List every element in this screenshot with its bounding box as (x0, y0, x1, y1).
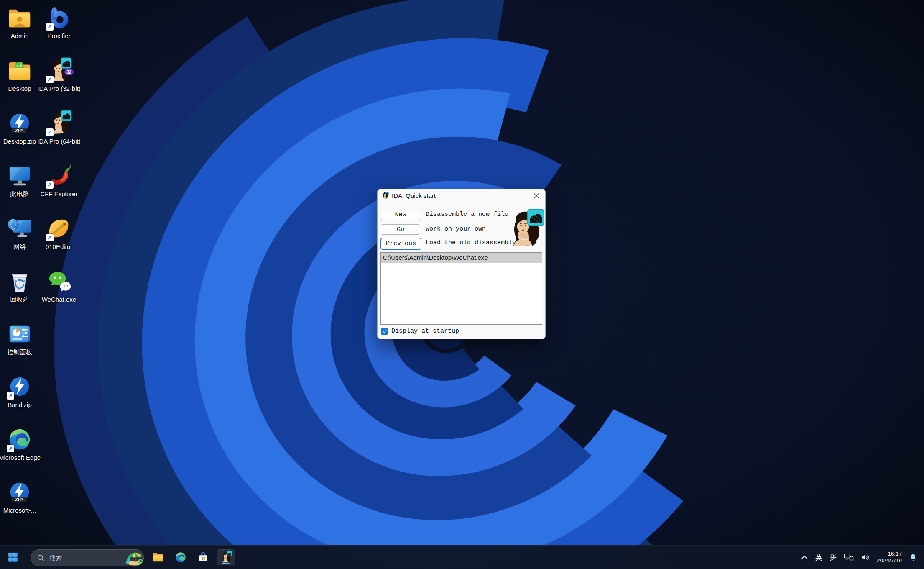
windows-logo-icon (8, 552, 18, 563)
ime-mode-indicator[interactable]: 拼 (830, 553, 837, 562)
recent-file-row[interactable]: C:\Users\Admin\Desktop\WeChat.exe (381, 253, 542, 263)
desktop-icon-label: 010Editor (46, 243, 72, 250)
wechat-icon (46, 268, 72, 294)
close-icon[interactable] (531, 191, 542, 201)
ida-quick-start-dialog: IDA: Quick start New Disassemble a new f… (377, 189, 546, 339)
desktop-icon-wechat-exe[interactable]: WeChat.exe (36, 268, 82, 303)
desktop-icon-label: 回收站 (10, 296, 29, 303)
desktop-icon-label: Microsoft-... (3, 507, 36, 514)
desktop-icon-label: Microsoft Edge (0, 454, 41, 461)
new-button[interactable]: New (381, 210, 420, 220)
clock-date: 2024/7/19 (877, 557, 902, 564)
new-description: Disassemble a new file (426, 210, 508, 219)
desktop-icon-proxifier[interactable]: Proxifier (36, 4, 82, 39)
ida-pro-icon (220, 551, 232, 564)
checkbox-checked-icon[interactable] (381, 328, 388, 335)
notification-bell-icon[interactable] (909, 553, 917, 562)
shortcut-arrow-icon (7, 445, 14, 452)
zip-badge: ZIP (12, 128, 26, 133)
desktop-icon-microsoft-edge[interactable]: Microsoft Edge (0, 426, 43, 461)
desktop-icon-microsoft-zip[interactable]: ZIP Microsoft-... (0, 479, 43, 514)
tray-chevron-up-icon[interactable] (801, 555, 808, 560)
ime-language-indicator[interactable]: 英 (815, 553, 822, 562)
desktop-icon-label: Admin (11, 32, 29, 39)
shortcut-arrow-icon (7, 392, 14, 400)
recycle-bin-icon (7, 268, 33, 294)
volume-tray-icon[interactable] (861, 554, 870, 561)
taskbar-app-icons (149, 549, 235, 565)
start-button[interactable] (7, 551, 19, 564)
desktop-icon-label: Desktop (8, 85, 31, 92)
search-box[interactable] (31, 549, 144, 566)
microsoft-store-button[interactable] (194, 549, 212, 565)
desktop-icon-ida-pro-64[interactable]: IDA Pro (64-bit) (36, 110, 82, 145)
desktop-icon-control-panel[interactable]: 控制面板 (0, 320, 43, 356)
recent-files-listbox[interactable]: C:\Users\Admin\Desktop\WeChat.exe (380, 252, 542, 325)
file-explorer-button[interactable] (149, 549, 167, 565)
dialog-title: IDA: Quick start (392, 192, 436, 199)
desktop-icon-label: WeChat.exe (42, 296, 76, 303)
shortcut-arrow-icon (46, 234, 54, 241)
previous-button[interactable]: Previous (380, 238, 421, 250)
previous-description: Load the old disassembly (426, 238, 516, 248)
search-input[interactable] (48, 554, 124, 562)
folder-wechat-icon (7, 57, 33, 83)
edge-icon (174, 551, 187, 564)
checkbox-label: Display at startup (391, 328, 459, 335)
active-app-indicator (222, 563, 230, 564)
taskbar: 英 拼 16:17 2024/7/19 (0, 545, 924, 569)
shortcut-arrow-icon (46, 181, 54, 189)
ida-pro-button-active[interactable] (217, 549, 235, 565)
desktop-icon-label: IDA Pro (64-bit) (37, 138, 80, 145)
ida-32-badge: 32 (64, 69, 74, 75)
desktop-icon-bandizip[interactable]: Bandizip (0, 373, 43, 408)
ida-app-icon (381, 192, 389, 199)
taskbar-clock[interactable]: 16:17 2024/7/19 (877, 551, 902, 564)
desktop-icon-label: Desktop.zip (3, 138, 36, 145)
shortcut-arrow-icon (46, 23, 54, 31)
desktop-icon-label: CFF Explorer (40, 190, 77, 197)
shortcut-arrow-icon (46, 76, 54, 83)
search-icon (37, 554, 44, 561)
shortcut-arrow-icon (46, 128, 54, 136)
desktop-icon-010editor[interactable]: 010Editor (36, 215, 82, 250)
desktop-icon-label: 此电脑 (10, 190, 29, 197)
desktop-icon-label: 网络 (13, 243, 26, 250)
microsoft-store-icon (197, 551, 209, 564)
ida-portrait-image (504, 208, 545, 250)
desktop-icon-cff-explorer[interactable]: CFF Explorer (36, 162, 82, 197)
file-explorer-icon (152, 551, 164, 564)
go-button[interactable]: Go (381, 224, 420, 235)
network-icon (7, 215, 33, 241)
this-pc-icon (7, 163, 33, 189)
dialog-titlebar[interactable]: IDA: Quick start (378, 189, 545, 202)
edge-button[interactable] (171, 549, 190, 565)
search-daily-image[interactable] (124, 550, 143, 566)
display-at-startup-checkbox[interactable]: Display at startup (381, 328, 459, 335)
go-description: Work on your own (426, 224, 486, 234)
system-tray: 英 拼 16:17 2024/7/19 (801, 546, 924, 569)
zip-badge: ZIP (12, 497, 26, 502)
desktop: Admin Desktop ZIP Desktop.zip 此电脑 网络 回收站… (0, 0, 924, 569)
desktop-icon-label: Proxifier (47, 32, 70, 39)
folder-user-icon (7, 5, 33, 31)
clock-time: 16:17 (888, 551, 902, 557)
desktop-icon-ida-pro-32[interactable]: 32 IDA Pro (32-bit) (36, 57, 82, 92)
desktop-icon-label: 控制面板 (7, 349, 32, 356)
network-tray-icon[interactable] (844, 553, 854, 561)
desktop-icon-label: IDA Pro (32-bit) (37, 85, 80, 92)
desktop-icon-label: Bandizip (8, 401, 32, 408)
control-panel-icon (7, 321, 33, 347)
